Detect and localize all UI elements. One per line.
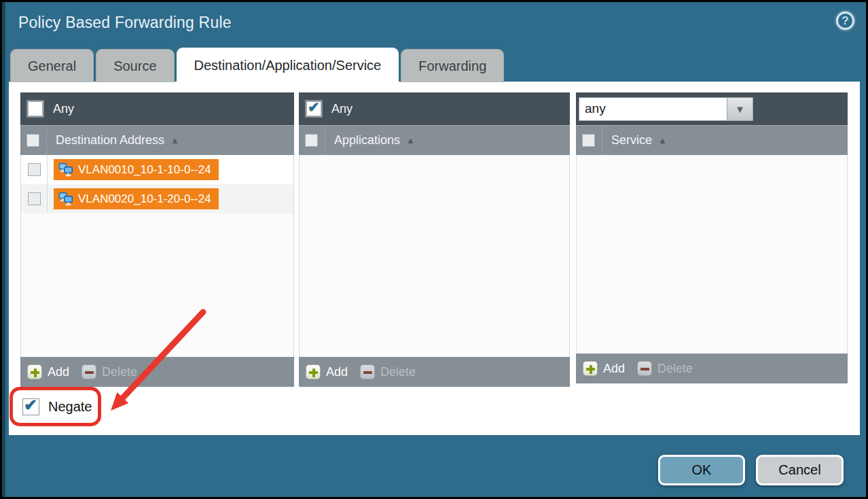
add-plus-icon bbox=[306, 364, 321, 379]
chevron-down-icon[interactable]: ▼ bbox=[727, 97, 753, 121]
applications-column-header[interactable]: Applications ▲ bbox=[299, 125, 570, 155]
column-separator bbox=[325, 126, 325, 155]
table-row[interactable]: VLAN0020_10-1-20-0--24 bbox=[21, 184, 293, 213]
tab-content: Any Destination Address ▲ bbox=[9, 82, 860, 435]
delete-button-label: Delete bbox=[380, 365, 416, 379]
service-panel: ▼ Service ▲ Add Delete bbox=[576, 92, 848, 383]
dialog-left-border bbox=[2, 2, 5, 497]
add-plus-icon bbox=[27, 364, 42, 379]
add-plus-icon bbox=[583, 361, 598, 376]
applications-column-label: Applications bbox=[334, 133, 400, 148]
row-checkbox[interactable] bbox=[28, 192, 41, 205]
delete-button-label: Delete bbox=[102, 365, 137, 379]
address-object-label: VLAN0020_10-1-20-0--24 bbox=[78, 192, 211, 206]
sort-ascending-icon: ▲ bbox=[170, 135, 179, 145]
service-select-all-checkbox[interactable] bbox=[582, 134, 595, 147]
add-button-label: Add bbox=[603, 362, 625, 376]
applications-select-all-checkbox[interactable] bbox=[305, 134, 318, 147]
delete-button[interactable]: Delete bbox=[637, 361, 693, 376]
service-dropdown-input[interactable] bbox=[579, 97, 727, 121]
address-object-label: VLAN0010_10-1-10-0--24 bbox=[78, 163, 211, 177]
delete-button[interactable]: Delete bbox=[82, 364, 137, 379]
destination-panel: Any Destination Address ▲ bbox=[20, 92, 294, 387]
tab-forwarding[interactable]: Forwarding bbox=[401, 49, 504, 82]
help-icon[interactable]: ? bbox=[836, 12, 854, 30]
delete-minus-icon bbox=[360, 364, 375, 379]
tab-destination-application-service[interactable]: Destination/Application/Service bbox=[177, 48, 399, 82]
destination-toolbar: Add Delete bbox=[20, 357, 294, 387]
table-row[interactable]: VLAN0010_10-1-10-0--24 bbox=[21, 155, 293, 184]
service-list bbox=[576, 155, 848, 354]
service-column-label: Service bbox=[611, 133, 652, 148]
negate-checkbox[interactable] bbox=[22, 398, 39, 415]
tab-general[interactable]: General bbox=[10, 49, 94, 82]
destination-column-label: Destination Address bbox=[56, 133, 164, 148]
cancel-button[interactable]: Cancel bbox=[756, 455, 844, 485]
delete-button[interactable]: Delete bbox=[360, 364, 416, 379]
address-object-chip[interactable]: VLAN0010_10-1-10-0--24 bbox=[54, 159, 219, 180]
negate-control: Negate bbox=[22, 398, 92, 415]
dialog-title: Policy Based Forwarding Rule bbox=[18, 14, 232, 32]
tab-source[interactable]: Source bbox=[96, 49, 174, 82]
add-button-label: Add bbox=[48, 365, 69, 379]
sort-ascending-icon: ▲ bbox=[658, 135, 667, 145]
applications-any-label: Any bbox=[331, 102, 352, 116]
add-button[interactable]: Add bbox=[306, 364, 348, 379]
network-computers-icon bbox=[58, 163, 73, 177]
ok-button[interactable]: OK bbox=[658, 455, 745, 485]
service-column-header[interactable]: Service ▲ bbox=[576, 125, 848, 155]
destination-any-label: Any bbox=[53, 102, 74, 116]
destination-list: VLAN0010_10-1-10-0--24 bbox=[20, 155, 294, 357]
applications-any-checkbox[interactable] bbox=[306, 101, 321, 116]
negate-label: Negate bbox=[48, 399, 92, 415]
row-checkbox[interactable] bbox=[28, 163, 41, 176]
destination-any-checkbox[interactable] bbox=[28, 101, 43, 116]
destination-select-all-checkbox[interactable] bbox=[26, 134, 39, 147]
tab-bar: General Source Destination/Application/S… bbox=[10, 48, 504, 82]
delete-minus-icon bbox=[82, 364, 96, 379]
service-dropdown: ▼ bbox=[579, 97, 753, 121]
applications-list bbox=[299, 155, 570, 357]
add-button[interactable]: Add bbox=[27, 364, 69, 379]
destination-column-header[interactable]: Destination Address ▲ bbox=[20, 125, 294, 155]
service-toolbar: Add Delete bbox=[576, 354, 848, 383]
applications-toolbar: Add Delete bbox=[299, 357, 570, 387]
delete-button-label: Delete bbox=[657, 362, 693, 376]
delete-minus-icon bbox=[637, 361, 652, 376]
column-separator bbox=[46, 126, 47, 155]
network-computers-icon bbox=[58, 192, 73, 206]
address-object-chip[interactable]: VLAN0020_10-1-20-0--24 bbox=[54, 188, 219, 209]
sort-ascending-icon: ▲ bbox=[406, 135, 415, 145]
add-button-label: Add bbox=[326, 365, 348, 379]
applications-panel: Any Applications ▲ Add Delete bbox=[299, 92, 570, 387]
service-dropdown-bar: ▼ bbox=[576, 92, 848, 125]
destination-any-bar: Any bbox=[20, 92, 294, 125]
policy-based-forwarding-dialog: Policy Based Forwarding Rule ? General S… bbox=[0, 0, 868, 499]
add-button[interactable]: Add bbox=[583, 361, 625, 376]
column-separator bbox=[602, 126, 602, 155]
applications-any-bar: Any bbox=[299, 92, 570, 125]
